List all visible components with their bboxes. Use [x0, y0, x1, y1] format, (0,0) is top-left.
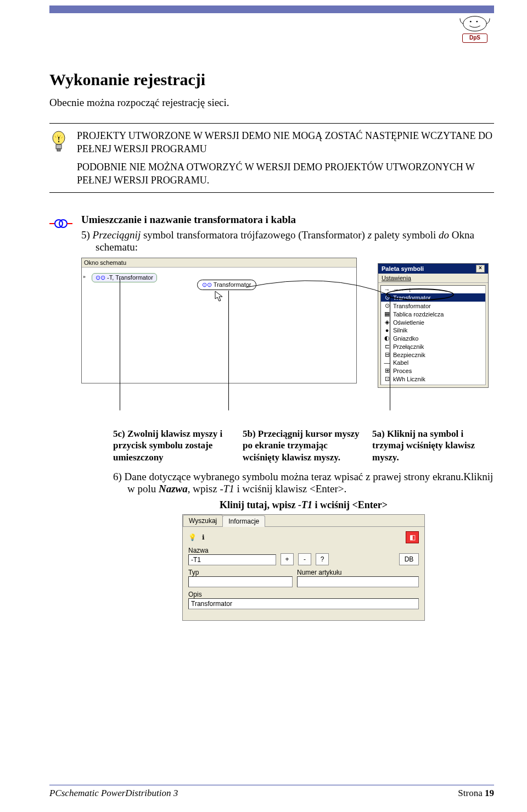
arrow-5c	[120, 279, 120, 410]
palette-item[interactable]: ⒶAmperomierz	[381, 383, 485, 385]
palette-item-label: Proces	[393, 368, 412, 374]
arrow-5b	[228, 291, 229, 410]
palette-settings-tab[interactable]: Ustawienia	[378, 274, 488, 283]
svg-point-0	[463, 16, 486, 31]
symbol-palette: Paleta symboli × Ustawienia →→ ← ↕⊙Trans…	[378, 263, 489, 388]
brand-label: DpS	[462, 34, 487, 43]
name-field[interactable]	[188, 554, 276, 565]
placed-symbol[interactable]: ⊙⊙ -T, Transformator	[92, 273, 157, 282]
svg-text:!: !	[58, 136, 60, 144]
minus-button[interactable]: -	[298, 553, 311, 565]
callout-5b: 5b) Przeciągnij kursor myszy po ekranie …	[243, 428, 365, 463]
article-number-field[interactable]	[297, 576, 419, 587]
svg-point-1	[470, 21, 472, 23]
palette-item[interactable]: ◐Gniazdko	[381, 334, 485, 342]
footer-left: PCschematic PowerDistribution 3	[49, 788, 178, 799]
tab-search[interactable]: Wyszukaj	[183, 515, 223, 526]
callout-5c: 5c) Zwolnij klawisz myszy i przycisk sym…	[113, 428, 235, 463]
warning-line-2: PODOBNIE NIE MOŻNA OTWORZYĆ W WERSJI DEM…	[77, 160, 494, 187]
brand-logo: DpS	[456, 10, 494, 43]
warning-line-1: PROJEKTY UTWORZONE W WERSJI DEMO NIE MOG…	[77, 129, 494, 156]
callout-5a: 5a) Kliknij na symbol i trzymaj wciśnięt…	[372, 428, 494, 463]
info-panel: Wyszukaj Informacje 💡 ℹ ◧ Nazwa	[182, 514, 425, 621]
question-button[interactable]: ?	[316, 553, 329, 565]
db-indicator-icon[interactable]: ◧	[406, 531, 419, 543]
palette-item[interactable]: ⊡kWh Licznik	[381, 375, 485, 383]
bulb-mini-icon[interactable]: 💡	[188, 533, 197, 541]
footer-right: Strona 19	[458, 788, 494, 799]
palette-item-label: Przełącznik	[393, 343, 424, 350]
label-article-number: Numer artykułu	[297, 569, 419, 576]
step-5-verb: Przeciągnij	[93, 229, 141, 241]
palette-item-label: Amperomierz	[393, 385, 429, 386]
svg-rect-4	[56, 144, 61, 149]
palette-item[interactable]: ⊏Przełącznik	[381, 342, 485, 351]
palette-item-label: kWh Licznik	[393, 376, 425, 382]
palette-item-label: Bezpiecznik	[393, 352, 425, 358]
palette-item-label: Gniazdko	[393, 335, 418, 342]
figure-drag-drop: Okno schematu » ⊙⊙ -T, Transformator ⊙⊙ …	[81, 258, 489, 422]
lightbulb-icon: !	[49, 129, 68, 187]
palette-item[interactable]: —Kabel	[381, 359, 485, 366]
palette-item[interactable]: ⊟Bezpiecznik	[381, 351, 485, 359]
db-button[interactable]: DB	[399, 553, 419, 565]
arrow-5a-curve	[246, 287, 411, 320]
palette-item-label: Silnik	[393, 327, 407, 333]
schematic-window: Okno schematu » ⊙⊙ -T, Transformator ⊙⊙ …	[81, 258, 357, 383]
label-type: Typ	[188, 569, 293, 576]
seal-icon	[458, 10, 491, 32]
warning-box: ! PROJEKTY UTWORZONE W WERSJI DEMO NIE M…	[49, 123, 494, 193]
transformer-icon	[49, 214, 72, 621]
footer-rule	[49, 785, 494, 786]
step-6-number: 6)	[113, 471, 122, 482]
schematic-window-title: Okno schematu	[82, 258, 356, 268]
intro-text: Obecnie można rozpocząć rejestrację siec…	[49, 97, 494, 109]
step-5: 5) Przeciągnij symbol transformatora tró…	[81, 229, 494, 253]
pin-mini-icon[interactable]: ℹ	[202, 533, 205, 541]
arrow-5a	[390, 295, 390, 410]
expand-icon[interactable]: »	[83, 273, 86, 279]
plus-button[interactable]: +	[281, 553, 294, 565]
description-field[interactable]	[188, 598, 419, 609]
step-5-number: 5)	[81, 229, 90, 241]
header-rule	[49, 5, 494, 13]
label-name: Nazwa	[188, 547, 276, 554]
figure-2-caption: Klinij tutaj, wpisz -T1 i wciśnij <Enter…	[113, 499, 494, 511]
palette-item-label: Kabel	[393, 359, 408, 366]
tab-info[interactable]: Informacje	[222, 515, 265, 527]
palette-item[interactable]: ⊞Proces	[381, 366, 485, 375]
callouts-row: 5c) Zwolnij klawisz myszy i przycisk sym…	[113, 428, 494, 463]
page-heading: Wykonanie rejestracji	[49, 70, 494, 89]
close-icon[interactable]: ×	[476, 265, 485, 272]
palette-title: Paleta symboli	[382, 265, 424, 272]
label-description: Opis	[188, 591, 419, 598]
sub-heading: Umieszczanie i nazwanie transformatora i…	[81, 214, 494, 226]
step-6: 6) Dane dotyczące wybranego symbolu możn…	[113, 471, 494, 495]
svg-rect-5	[57, 149, 60, 151]
placed-symbol-label: -T, Transformator	[107, 274, 153, 281]
type-field[interactable]	[188, 576, 293, 587]
palette-item[interactable]: ●Silnik	[381, 326, 485, 334]
svg-point-2	[476, 21, 478, 23]
